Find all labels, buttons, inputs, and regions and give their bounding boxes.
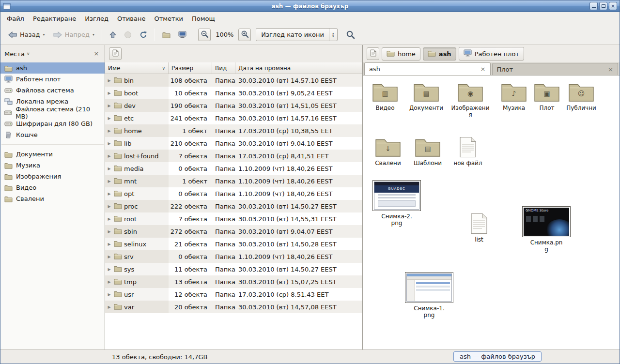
- folder-downloads[interactable]: ↓ Свалени: [368, 136, 408, 167]
- search-button[interactable]: [342, 28, 358, 42]
- back-dropdown-icon[interactable]: ▾: [43, 32, 45, 37]
- expander-icon[interactable]: ▶: [107, 267, 112, 272]
- minimize-button[interactable]: [589, 2, 598, 10]
- path-button-desktop[interactable]: Работен плот: [459, 47, 524, 61]
- menu-view[interactable]: Изглед: [80, 13, 113, 24]
- expander-icon[interactable]: ▶: [107, 167, 112, 171]
- up-button[interactable]: [106, 29, 120, 41]
- sidebar-item-pictures[interactable]: Изображения: [0, 171, 105, 182]
- folder-templates[interactable]: ▤ Шаблони: [407, 136, 448, 167]
- view-mode-select[interactable]: Изглед като икони ▴▾: [256, 28, 338, 41]
- sidebar-item-home-ash[interactable]: ash: [0, 62, 105, 74]
- reload-button[interactable]: [136, 29, 151, 41]
- expander-icon[interactable]: ▶: [107, 154, 112, 158]
- image-snimka-1[interactable]: Снимка-1.png: [402, 272, 457, 319]
- file-row-root[interactable]: ▶ root ? обекта Папка 30.03.2010 (вт) 14…: [105, 212, 362, 225]
- path-button-ash[interactable]: ash: [423, 47, 456, 61]
- column-header-size[interactable]: Размер: [169, 62, 212, 74]
- expander-icon[interactable]: ▶: [107, 104, 112, 108]
- tab-close-icon[interactable]: ×: [608, 66, 613, 73]
- file-row-proc[interactable]: ▶ proc 222 обекта Папка 30.03.2010 (вт) …: [105, 200, 362, 212]
- file-row-mnt[interactable]: ▶ mnt 1 обект Папка 1.10.2009 (чт) 18,40…: [105, 175, 362, 187]
- expander-icon[interactable]: ▶: [107, 91, 112, 95]
- icon-view[interactable]: ▥ Видео ▤ Документи ◉ Изображения ♪ Музи…: [363, 76, 620, 349]
- file-row-selinux[interactable]: ▶ selinux 21 обекта Папка 30.03.2010 (вт…: [105, 238, 362, 250]
- file-row-lost+found[interactable]: ▶ lost+found ? обекта Папка 17.03.2010 (…: [105, 150, 362, 162]
- file-row-media[interactable]: ▶ media 0 обекта Папка 1.10.2009 (чт) 18…: [105, 162, 362, 175]
- column-header-date-modified[interactable]: Дата на промяна: [235, 62, 362, 74]
- menu-go[interactable]: Отиване: [113, 13, 150, 24]
- file-row-var[interactable]: ▶ var 20 обекта Папка 30.03.2010 (вт) 14…: [105, 301, 362, 313]
- folder-video[interactable]: ▥ Видео: [365, 81, 405, 111]
- expander-icon[interactable]: ▶: [107, 129, 112, 133]
- forward-button[interactable]: Напред ▾: [49, 29, 98, 41]
- computer-button[interactable]: [175, 29, 190, 41]
- column-header-name[interactable]: Име∨: [105, 62, 169, 74]
- expander-icon[interactable]: ▶: [107, 179, 112, 183]
- menu-file[interactable]: Файл: [2, 13, 29, 24]
- expander-icon[interactable]: ▶: [107, 280, 112, 284]
- menu-bookmarks[interactable]: Отметки: [150, 13, 187, 24]
- sidebar-item-music[interactable]: Музика: [0, 160, 105, 171]
- sidebar-item-downloads[interactable]: Свалени: [0, 193, 105, 204]
- stop-button[interactable]: [121, 29, 135, 41]
- sidebar-item-videos[interactable]: Видео: [0, 182, 105, 193]
- tab-ash[interactable]: ash ×: [364, 62, 491, 75]
- combo-spinner-icon[interactable]: ▴▾: [329, 29, 337, 41]
- file-row-etc[interactable]: ▶ etc 241 обекта Папка 30.03.2010 (вт) 1…: [105, 112, 362, 124]
- expander-icon[interactable]: ▶: [107, 305, 112, 309]
- menu-edit[interactable]: Редактиране: [29, 13, 80, 24]
- expander-icon[interactable]: ▶: [107, 242, 112, 246]
- expander-icon[interactable]: ▶: [107, 141, 112, 146]
- path-button-home[interactable]: home: [382, 47, 420, 61]
- menu-help[interactable]: Помощ: [187, 13, 219, 24]
- file-row-sys[interactable]: ▶ sys 11 обекта Папка 30.03.2010 (вт) 14…: [105, 263, 362, 275]
- sidebar-item-documents[interactable]: Документи: [0, 149, 105, 160]
- home-folder-button[interactable]: [159, 29, 174, 41]
- file-row-bin[interactable]: ▶ bin 108 обекта Папка 30.03.2010 (вт) 1…: [105, 74, 362, 87]
- image-snimka-2[interactable]: GUADEC Снимка-2.png: [370, 180, 424, 227]
- expander-icon[interactable]: ▶: [107, 78, 112, 83]
- close-button[interactable]: ×: [609, 2, 617, 10]
- sidebar-item-filesystem-210mb[interactable]: Файлова система (210 MB): [0, 107, 105, 118]
- image-snimka[interactable]: GNOME Store Снимка.png: [519, 206, 574, 253]
- file-row-srv[interactable]: ▶ srv 0 обекта Папка 1.10.2009 (чт) 18,4…: [105, 250, 362, 263]
- location-toggle-button-2[interactable]: [367, 47, 379, 60]
- file-row-home[interactable]: ▶ home 1 обект Папка 17.03.2010 (ср) 10,…: [105, 124, 362, 137]
- zoom-in-button[interactable]: [238, 29, 251, 41]
- folder-pictures[interactable]: ◉ Изображения: [448, 81, 493, 119]
- expander-icon[interactable]: ▶: [107, 229, 112, 234]
- location-toggle-button[interactable]: [109, 47, 122, 60]
- places-header[interactable]: Места ∨ ×: [0, 45, 105, 62]
- folder-documents[interactable]: ▤ Документи: [404, 81, 448, 111]
- file-row-boot[interactable]: ▶ boot 10 обекта Папка 30.03.2010 (вт) 9…: [105, 87, 362, 99]
- file-row-dev[interactable]: ▶ dev 190 обекта Папка 30.03.2010 (вт) 1…: [105, 99, 362, 112]
- sidebar-item-filesystem[interactable]: Файлова система: [0, 85, 105, 96]
- expander-icon[interactable]: ▶: [107, 204, 112, 209]
- file-row-usr[interactable]: ▶ usr 12 обекта Папка 17.03.2010 (ср) 8,…: [105, 288, 362, 301]
- taskbar-window-button[interactable]: ash — файлов браузър: [453, 351, 542, 362]
- file-list[interactable]: list: [459, 213, 499, 243]
- sidebar-item-encrypted-80gb[interactable]: Шифриран дял (80 GB): [0, 118, 105, 129]
- tab-close-icon[interactable]: ×: [480, 65, 486, 73]
- expander-icon[interactable]: ▶: [107, 292, 112, 297]
- file-row-sbin[interactable]: ▶ sbin 272 обекта Папка 30.03.2010 (вт) …: [105, 225, 362, 238]
- file-row-opt[interactable]: ▶ opt 0 обекта Папка 1.10.2009 (чт) 18,4…: [105, 187, 362, 200]
- maximize-button[interactable]: [599, 2, 607, 10]
- sidebar-item-trash[interactable]: Кошче: [0, 129, 105, 140]
- sidebar-close-button[interactable]: ×: [92, 49, 101, 58]
- expander-icon[interactable]: ▶: [107, 192, 112, 196]
- sidebar-item-desktop[interactable]: Работен плот: [0, 74, 105, 85]
- zoom-out-button[interactable]: [198, 29, 211, 41]
- file-row-tmp[interactable]: ▶ tmp 13 обекта Папка 30.03.2010 (вт) 15…: [105, 275, 362, 288]
- file-row-lib[interactable]: ▶ lib 210 обекта Папка 30.03.2010 (вт) 9…: [105, 137, 362, 150]
- tab-plot[interactable]: Плот ×: [492, 63, 619, 75]
- column-header-type[interactable]: Вид: [212, 62, 235, 74]
- expander-icon[interactable]: ▶: [107, 116, 112, 121]
- expander-icon[interactable]: ▶: [107, 255, 112, 259]
- back-button[interactable]: Назад ▾: [4, 29, 48, 41]
- folder-public[interactable]: ☺ Публични: [559, 81, 603, 111]
- file-new-file[interactable]: нов файл: [446, 136, 490, 167]
- expander-icon[interactable]: ▶: [107, 217, 112, 221]
- titlebar[interactable]: ash — файлов браузър ×: [0, 0, 620, 12]
